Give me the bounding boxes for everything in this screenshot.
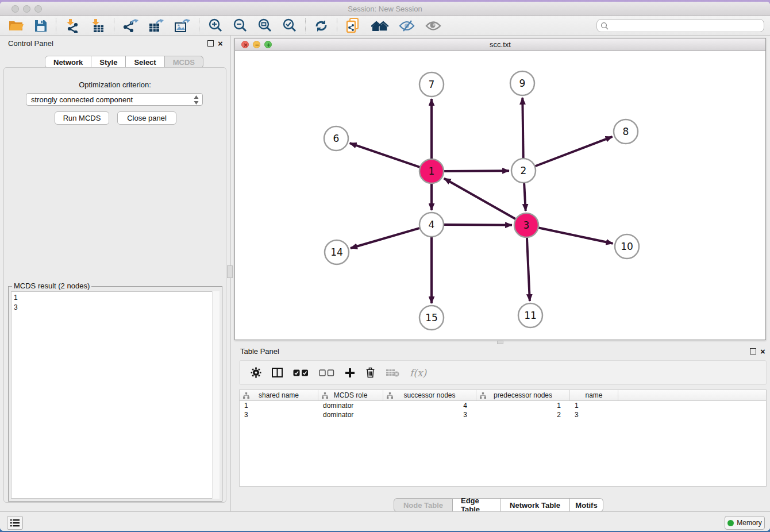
table-cell[interactable]: 3 [240, 410, 318, 419]
export-image-button[interactable] [170, 17, 195, 34]
table-row[interactable]: 1dominator411 [240, 401, 766, 410]
vertical-splitter[interactable] [230, 36, 232, 511]
memory-button[interactable]: Memory [725, 516, 765, 530]
tab-select[interactable]: Select [126, 56, 164, 68]
zoom-selected-button[interactable] [277, 17, 302, 34]
select-all-button[interactable] [288, 369, 314, 376]
split-panel-button[interactable] [267, 368, 288, 377]
delete-table-button[interactable] [380, 368, 405, 377]
refresh-button[interactable] [309, 17, 333, 34]
column-header-predecessor-nodes[interactable]: predecessor nodes [476, 390, 570, 400]
search-field [596, 19, 764, 32]
zoom-fit-icon [257, 18, 272, 33]
table-cell[interactable]: dominator [318, 401, 383, 410]
close-panel-icon[interactable]: × [760, 348, 765, 354]
table-cell[interactable]: 4 [383, 401, 476, 410]
float-panel-icon[interactable] [750, 348, 756, 354]
table-cell[interactable]: dominator [318, 410, 383, 419]
tab-style[interactable]: Style [91, 56, 126, 68]
node-10[interactable]: 10 [615, 234, 639, 259]
zoom-out-button[interactable] [228, 17, 252, 34]
result-scrollbar[interactable] [212, 291, 220, 499]
horizontal-splitter[interactable] [232, 340, 770, 345]
float-panel-icon[interactable] [207, 40, 214, 47]
function-builder-button[interactable]: f(x) [405, 367, 432, 379]
zoom-fit-button[interactable] [252, 17, 277, 34]
node-4[interactable]: 4 [419, 213, 444, 237]
open-session-button[interactable] [3, 17, 29, 34]
node-9[interactable]: 9 [510, 71, 534, 95]
show-all-networks-button[interactable] [366, 17, 394, 34]
node-1[interactable]: 1 [419, 159, 444, 183]
edge-3-10[interactable] [538, 228, 613, 244]
tab-edge-table[interactable]: Edge Table [453, 498, 500, 512]
delete-column-button[interactable] [360, 367, 380, 378]
hide-graphics-details-button[interactable] [394, 17, 420, 34]
edge-2-9[interactable] [522, 98, 523, 159]
node-table: shared nameMCDS rolesuccessor nodesprede… [239, 390, 767, 487]
node-14[interactable]: 14 [325, 240, 349, 264]
table-row[interactable]: 3dominator323 [240, 410, 766, 419]
close-panel-icon[interactable]: × [218, 40, 223, 47]
table-cell[interactable]: 1 [476, 401, 570, 410]
column-header-successor-nodes[interactable]: successor nodes [383, 390, 476, 400]
deselect-all-button[interactable] [314, 369, 340, 376]
control-panel-tabs: Network Style Select MCDS [45, 56, 203, 68]
splitter-handle[interactable] [227, 265, 233, 278]
table-cell[interactable]: 1 [240, 401, 318, 410]
edge-1-6[interactable] [350, 143, 421, 167]
tab-network[interactable]: Network [45, 56, 91, 68]
network-graph[interactable]: 7968124314101511 [235, 51, 765, 340]
column-header-shared-name[interactable]: shared name [240, 390, 318, 400]
edge-4-3[interactable] [444, 225, 512, 225]
show-graphics-details-button[interactable] [420, 17, 446, 34]
network-window-titlebar: scc.txt [235, 38, 765, 51]
edge-4-14[interactable] [351, 228, 420, 248]
tab-mcds[interactable]: MCDS [165, 56, 203, 68]
table-cell[interactable]: 3 [570, 410, 618, 419]
edge-2-3[interactable] [524, 183, 526, 211]
edge-3-1[interactable] [444, 178, 516, 219]
save-session-button[interactable] [29, 17, 52, 34]
add-column-button[interactable] [340, 368, 360, 378]
node-15[interactable]: 15 [419, 306, 444, 330]
table-cell[interactable]: 3 [383, 410, 476, 419]
splitter-handle[interactable] [497, 341, 503, 344]
node-8[interactable]: 8 [614, 119, 638, 144]
node-6[interactable]: 6 [324, 126, 348, 151]
svg-text:15: 15 [425, 312, 438, 323]
edge-3-11[interactable] [527, 237, 530, 301]
table-cell[interactable]: 1 [570, 401, 618, 410]
node-3[interactable]: 3 [514, 213, 538, 237]
save-disk-icon [34, 20, 47, 32]
import-network-button[interactable] [60, 17, 85, 34]
tab-motifs[interactable]: Motifs [570, 498, 603, 512]
copy-network-button[interactable] [341, 17, 366, 34]
node-7[interactable]: 7 [419, 72, 444, 97]
table-panel-title: Table Panel [240, 347, 279, 356]
zoom-in-button[interactable] [203, 17, 228, 34]
network-canvas[interactable]: 7968124314101511 [235, 51, 765, 340]
edge-1-2[interactable] [444, 171, 509, 171]
edge-2-8[interactable] [535, 137, 613, 167]
table-cell[interactable]: 2 [476, 410, 570, 419]
table-settings-button[interactable] [245, 367, 267, 378]
import-table-button[interactable] [85, 17, 110, 34]
tab-network-table[interactable]: Network Table [500, 498, 570, 512]
svg-text:11: 11 [524, 310, 537, 321]
column-header-name[interactable]: name [570, 390, 618, 400]
search-input[interactable] [596, 19, 764, 32]
task-history-button[interactable] [7, 516, 23, 530]
node-11[interactable]: 11 [518, 303, 542, 327]
criterion-select[interactable]: strongly connected component [26, 93, 203, 106]
network-view-title: scc.txt [235, 40, 765, 49]
export-table-button[interactable] [144, 17, 170, 34]
export-network-button[interactable] [118, 17, 144, 34]
memory-label: Memory [737, 519, 761, 527]
tab-node-table[interactable]: Node Table [394, 498, 453, 512]
close-panel-button[interactable]: Close panel [117, 111, 176, 125]
mcds-result-text[interactable]: 1 3 [11, 291, 220, 499]
run-mcds-button[interactable]: Run MCDS [55, 111, 109, 125]
column-header-MCDS-role[interactable]: MCDS role [318, 390, 383, 400]
node-2[interactable]: 2 [511, 159, 536, 183]
